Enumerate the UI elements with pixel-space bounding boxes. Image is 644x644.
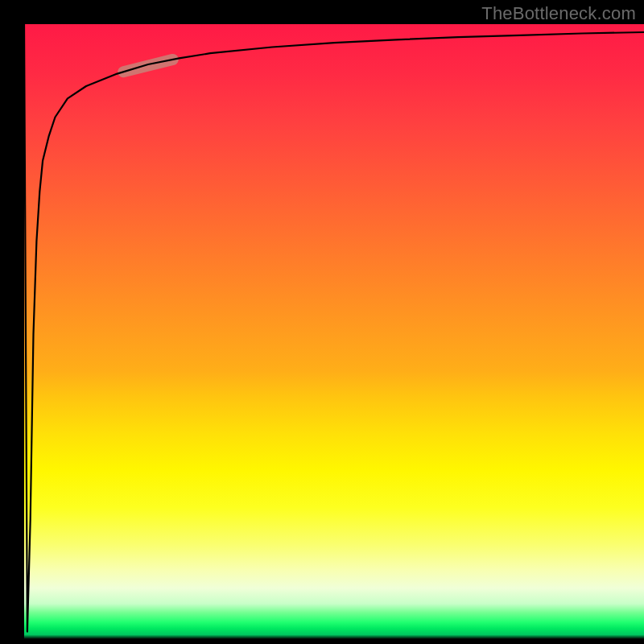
chart-frame: TheBottleneck.com <box>0 0 644 644</box>
curve-layer <box>24 24 644 644</box>
plot-area <box>24 24 644 644</box>
bottleneck-curve <box>24 24 644 632</box>
attribution-label: TheBottleneck.com <box>481 3 636 24</box>
